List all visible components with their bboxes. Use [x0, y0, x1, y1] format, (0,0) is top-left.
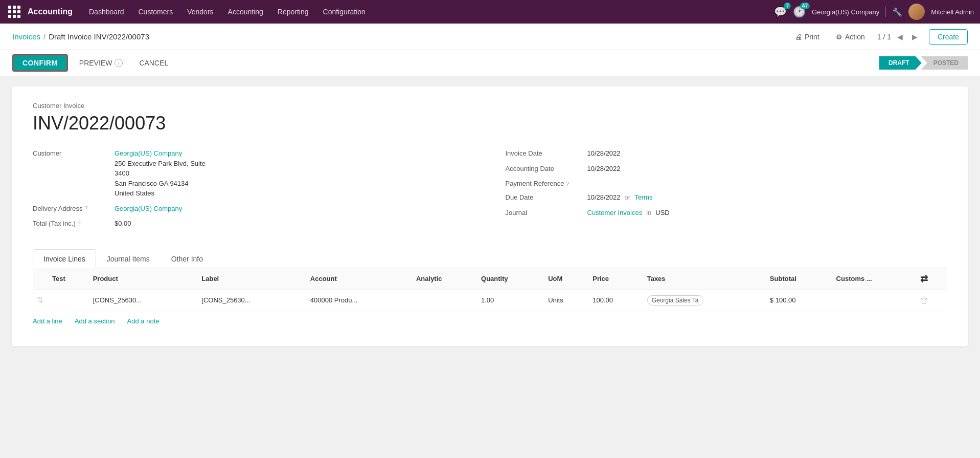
col-label: Label: [197, 268, 306, 290]
nav-dashboard[interactable]: Dashboard: [83, 5, 130, 19]
accounting-date-field: Accounting Date 10/28/2022: [506, 164, 948, 174]
activity-icon[interactable]: 🕐 47: [793, 6, 806, 18]
add-section-link[interactable]: Add a section: [75, 317, 115, 325]
preview-button[interactable]: PREVIEW i: [74, 56, 128, 70]
invoice-date-field: Invoice Date 10/28/2022: [506, 148, 948, 159]
user-name: Mitchell Admin: [931, 8, 974, 16]
journal-field: Journal Customer Invoices in USD: [506, 208, 948, 218]
breadcrumb: Invoices / Draft Invoice INV/2022/00073: [12, 32, 791, 41]
cancel-button[interactable]: CANCEL: [134, 56, 173, 70]
nav-reporting[interactable]: Reporting: [271, 5, 315, 19]
customer-label: Customer: [33, 148, 115, 157]
tab-journal-items[interactable]: Journal Items: [96, 249, 161, 268]
row-price[interactable]: 100.00: [588, 290, 643, 311]
delete-icon[interactable]: 🗑: [920, 296, 928, 304]
app-menu-button[interactable]: [6, 4, 22, 20]
address-line1: 250 Executive Park Blvd, Suite: [115, 160, 206, 167]
chat-badge: 7: [784, 3, 791, 9]
nav-configuration[interactable]: Configuration: [317, 5, 372, 19]
table-header-row: Test Product Label Account Analytic Quan…: [33, 268, 947, 290]
add-line-link[interactable]: Add a line: [33, 317, 62, 325]
row-customs: [832, 290, 916, 311]
invoice-card: Customer Invoice INV/2022/00073 Customer…: [12, 86, 968, 346]
delivery-help[interactable]: ?: [85, 205, 88, 211]
row-drag-handle[interactable]: ⇅: [33, 290, 48, 311]
table-row: ⇅ [CONS_25630... [CONS_25630... 400000 P…: [33, 290, 947, 311]
row-product[interactable]: [CONS_25630...: [89, 290, 198, 311]
invoice-date-label: Invoice Date: [506, 148, 587, 157]
payment-ref-label: Payment Reference ?: [506, 179, 587, 187]
col-product: Product: [89, 268, 198, 290]
col-subtotal: Subtotal: [766, 268, 832, 290]
col-uom: UoM: [544, 268, 588, 290]
delivery-label: Delivery Address ?: [33, 204, 115, 212]
address-line3: San Francisco GA 94134: [115, 180, 189, 187]
accounting-date-label: Accounting Date: [506, 164, 587, 172]
nav-accounting[interactable]: Accounting: [222, 5, 269, 19]
col-analytic: Analytic: [412, 268, 477, 290]
total-value: $0.00: [115, 219, 131, 229]
total-help[interactable]: ?: [78, 221, 81, 227]
row-analytic[interactable]: [412, 290, 477, 311]
col-price: Price: [588, 268, 643, 290]
total-field: Total (Tax inc.) ? $0.00: [33, 219, 475, 229]
payment-ref-help[interactable]: ?: [566, 181, 569, 187]
page-navigation: 1 / 1 ◀ ▶: [877, 32, 921, 42]
tabs-container: Invoice Lines Journal Items Other Info T…: [33, 249, 947, 331]
due-date-value: 10/28/2022 or Terms: [587, 192, 653, 203]
tax-badge[interactable]: Georgia Sales Ta: [647, 295, 703, 306]
address-line4: United States: [115, 189, 154, 197]
create-button[interactable]: Create: [929, 29, 968, 45]
breadcrumb-bar: Invoices / Draft Invoice INV/2022/00073 …: [0, 24, 980, 50]
nav-customers[interactable]: Customers: [132, 5, 179, 19]
settings-icon[interactable]: 🔧: [892, 7, 902, 17]
printer-icon: 🖨: [795, 33, 802, 41]
tab-invoice-lines[interactable]: Invoice Lines: [33, 249, 96, 268]
tab-other-info[interactable]: Other Info: [161, 249, 214, 268]
col-settings[interactable]: ⇄: [916, 268, 947, 290]
table-footer: Add a line Add a section Add a note: [33, 311, 947, 331]
action-button[interactable]: ⚙ Action: [832, 31, 869, 43]
payment-ref-value[interactable]: [587, 179, 649, 179]
accounting-date-value[interactable]: 10/28/2022: [587, 164, 621, 174]
invoice-form: Customer Georgia(US) Company 250 Executi…: [33, 148, 947, 234]
print-button[interactable]: 🖨 Print: [791, 31, 824, 43]
total-label: Total (Tax inc.) ?: [33, 219, 115, 227]
row-test[interactable]: [48, 290, 89, 311]
form-left: Customer Georgia(US) Company 250 Executi…: [33, 148, 475, 234]
status-posted: POSTED: [921, 56, 968, 70]
drag-icon[interactable]: ⇅: [37, 296, 43, 304]
breadcrumb-parent[interactable]: Invoices: [12, 32, 40, 41]
breadcrumb-actions: 🖨 Print ⚙ Action 1 / 1 ◀ ▶ Create: [791, 29, 968, 45]
action-bar: CONFIRM PREVIEW i CANCEL DRAFT POSTED: [0, 50, 980, 76]
avatar[interactable]: [908, 4, 925, 20]
customer-value: Georgia(US) Company 250 Executive Park B…: [115, 148, 206, 199]
activity-badge: 47: [800, 3, 810, 9]
doc-type-label: Customer Invoice: [33, 102, 947, 110]
col-account: Account: [306, 268, 412, 290]
row-account[interactable]: 400000 Produ...: [306, 290, 412, 311]
add-note-link[interactable]: Add a note: [127, 317, 159, 325]
address-line2: 3400: [115, 169, 129, 177]
prev-page-button[interactable]: ◀: [894, 32, 906, 42]
next-page-button[interactable]: ▶: [909, 32, 921, 42]
row-quantity[interactable]: 1.00: [477, 290, 544, 311]
row-uom[interactable]: Units: [544, 290, 588, 311]
row-label[interactable]: [CONS_25630...: [197, 290, 306, 311]
nav-vendors[interactable]: Vendors: [181, 5, 219, 19]
row-delete[interactable]: 🗑: [916, 290, 947, 311]
invoice-number: INV/2022/00073: [33, 113, 947, 134]
support-icon[interactable]: 💬 7: [774, 6, 787, 18]
delivery-field: Delivery Address ? Georgia(US) Company: [33, 204, 475, 214]
journal-label: Journal: [506, 208, 587, 216]
confirm-button[interactable]: CONFIRM: [12, 54, 68, 72]
company-name: Georgia(US) Company: [812, 8, 879, 16]
col-drag: [33, 268, 48, 290]
column-settings-icon[interactable]: ⇄: [920, 274, 928, 284]
tabs-header: Invoice Lines Journal Items Other Info: [33, 249, 947, 268]
col-quantity: Quantity: [477, 268, 544, 290]
invoice-date-value[interactable]: 10/28/2022: [587, 148, 621, 159]
delivery-value[interactable]: Georgia(US) Company: [115, 204, 182, 214]
terms-link[interactable]: Terms: [634, 192, 652, 203]
status-draft: DRAFT: [879, 56, 922, 70]
